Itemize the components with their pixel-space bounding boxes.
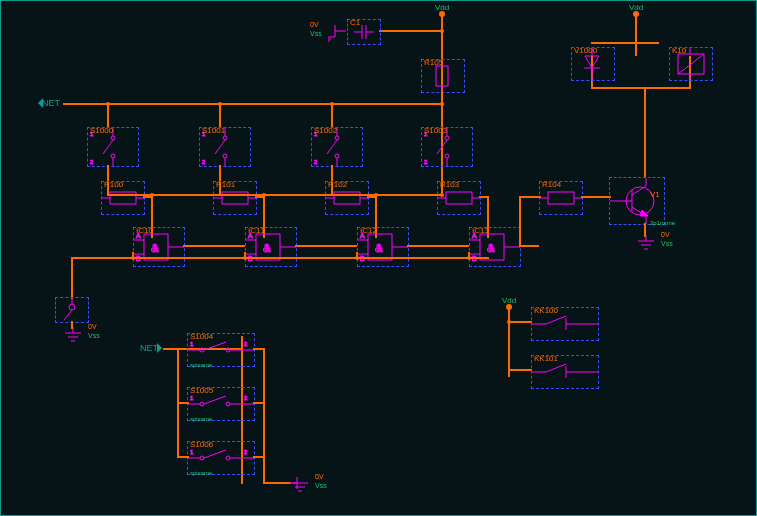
svg-point-13 xyxy=(111,136,115,140)
svg-text:2: 2 xyxy=(90,159,94,165)
svg-point-125 xyxy=(200,456,204,460)
vss-label: Vss xyxy=(315,482,327,489)
comp-s1001[interactable]: 12 S1001 xyxy=(199,127,251,167)
comp-s1000[interactable]: 12 S1000 xyxy=(87,127,139,167)
vdd-label-3: Vdd xyxy=(502,296,516,305)
comp-gnd-sym-left[interactable] xyxy=(55,297,89,323)
vdd-label-1: Vdd xyxy=(435,3,449,12)
svg-text:&: & xyxy=(263,242,271,254)
comp-s1003[interactable]: 12 S1003 xyxy=(421,127,473,167)
gnd-v1: 0V Vss xyxy=(635,235,657,253)
svg-point-66 xyxy=(445,154,449,158)
comp-s1005[interactable]: 12 S1005 spisame xyxy=(187,387,255,421)
svg-point-104 xyxy=(69,304,75,310)
comp-s1002[interactable]: 12 S1002 xyxy=(311,127,363,167)
comp-r100[interactable]: R100 xyxy=(101,181,145,215)
ref: K10 xyxy=(672,46,686,55)
svg-point-64 xyxy=(445,136,449,140)
gnd-c1: 0V Vss xyxy=(324,25,346,43)
ref: S1003 xyxy=(424,126,447,135)
svg-point-111 xyxy=(200,348,204,352)
comp-s1006[interactable]: 12 S1006 spisame xyxy=(187,441,255,475)
svg-rect-80 xyxy=(548,192,574,204)
svg-point-120 xyxy=(226,402,230,406)
svg-point-30 xyxy=(223,136,227,140)
svg-text:2: 2 xyxy=(244,395,248,401)
val: spisame xyxy=(190,362,212,368)
svg-point-118 xyxy=(200,402,204,406)
ref: KK100 xyxy=(534,306,558,315)
zero-v: 0V xyxy=(88,323,97,330)
ref: V1 xyxy=(650,190,660,199)
ref: R104 xyxy=(542,180,561,189)
net-label-mid: NET xyxy=(139,343,159,353)
svg-point-127 xyxy=(226,456,230,460)
ref: S1000 xyxy=(90,126,113,135)
schematic-canvas[interactable]: Vdd Vdd Vdd C1 0V Vss R105 NET 12 S1000 xyxy=(0,0,757,516)
svg-text:2: 2 xyxy=(314,159,318,165)
ref: S1004 xyxy=(190,332,213,341)
svg-point-49 xyxy=(335,154,339,158)
ref: S1005 xyxy=(190,386,213,395)
comp-v1000[interactable]: V1000 xyxy=(571,47,615,81)
comp-k10[interactable]: K10 xyxy=(669,47,713,81)
comp-r102[interactable]: R102 xyxy=(325,181,369,215)
comp-r104[interactable]: R104 xyxy=(539,181,583,215)
zero-v: 0V xyxy=(310,21,319,28)
comp-v1[interactable]: V1 2p1name xyxy=(609,177,665,225)
comp-kk101[interactable]: KK101 xyxy=(531,355,599,389)
svg-text:&: & xyxy=(375,242,383,254)
svg-line-48 xyxy=(327,140,337,154)
zero-v: 0V xyxy=(315,473,324,480)
svg-line-65 xyxy=(437,140,447,154)
comp-r101[interactable]: R101 xyxy=(213,181,257,215)
comp-ic11[interactable]: AB& IC11 xyxy=(245,227,297,267)
svg-point-15 xyxy=(111,154,115,158)
svg-marker-92 xyxy=(585,56,599,68)
svg-line-141 xyxy=(546,364,566,372)
vss-label: Vss xyxy=(310,30,322,37)
svg-point-32 xyxy=(223,154,227,158)
svg-text:1: 1 xyxy=(190,395,194,401)
ref: S1001 xyxy=(202,126,225,135)
svg-point-47 xyxy=(335,136,339,140)
svg-text:2: 2 xyxy=(244,341,248,347)
ref: V1000 xyxy=(574,46,597,55)
comp-ic13[interactable]: AB& IC13 xyxy=(469,227,521,267)
ref: R101 xyxy=(216,180,235,189)
svg-text:&: & xyxy=(487,242,495,254)
ref: IC10 xyxy=(136,226,153,235)
ref: S1006 xyxy=(190,440,213,449)
comp-s1004[interactable]: 12 S1004 spisame xyxy=(187,333,255,367)
svg-text:1: 1 xyxy=(190,449,194,455)
svg-text:2: 2 xyxy=(424,159,428,165)
val: spisame xyxy=(190,470,212,476)
val: spisame xyxy=(190,416,212,422)
ref: R100 xyxy=(104,180,123,189)
svg-text:&: & xyxy=(151,242,159,254)
ref: R105 xyxy=(424,58,443,67)
svg-rect-70 xyxy=(446,192,472,204)
gnd-left: 0V Vss xyxy=(62,327,84,345)
comp-ic12[interactable]: AB& IC12 xyxy=(357,227,409,267)
vss-label: Vss xyxy=(661,240,673,247)
ref: C1 xyxy=(350,18,360,27)
ref: KK101 xyxy=(534,354,558,363)
svg-text:2: 2 xyxy=(244,449,248,455)
comp-ic10[interactable]: AB& IC10 xyxy=(133,227,185,267)
ref: IC12 xyxy=(360,226,377,235)
comp-c1[interactable]: C1 xyxy=(347,19,381,45)
comp-r105[interactable]: R105 xyxy=(421,59,465,93)
ref: S1002 xyxy=(314,126,337,135)
vss-label: Vss xyxy=(88,332,100,339)
zero-v: 0V xyxy=(661,231,670,238)
svg-text:2: 2 xyxy=(202,159,206,165)
svg-line-137 xyxy=(546,316,566,324)
svg-line-14 xyxy=(103,140,113,154)
gnd-s-chain: 0V Vss xyxy=(289,477,311,495)
svg-point-113 xyxy=(226,348,230,352)
comp-r103[interactable]: R103 xyxy=(437,181,481,215)
comp-kk100[interactable]: KK100 xyxy=(531,307,599,341)
val: 2p1name xyxy=(650,220,675,226)
svg-line-119 xyxy=(204,396,226,404)
